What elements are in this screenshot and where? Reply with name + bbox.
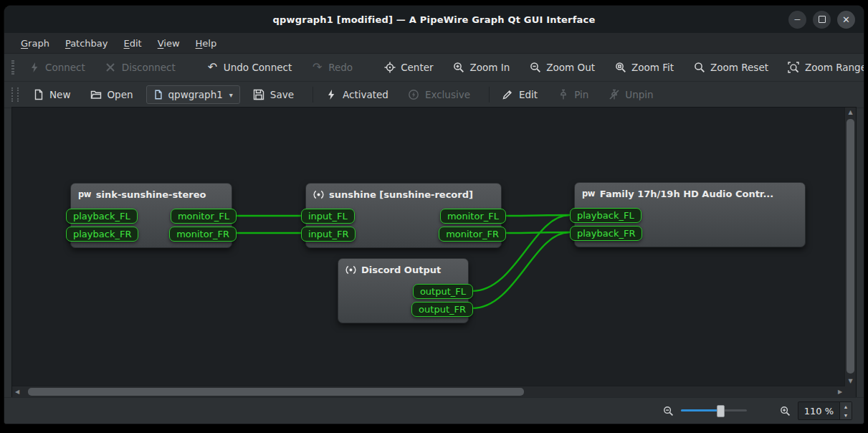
zoom-spin-up-button[interactable]: ▲ (840, 402, 852, 411)
menu-graph[interactable]: Graph (13, 35, 57, 52)
scroll-down-icon[interactable]: ▼ (846, 376, 856, 386)
patchbay-file-icon (153, 90, 163, 100)
toolbar-separator (489, 87, 490, 103)
toolbar-separator (313, 87, 313, 103)
zoom-range-button[interactable]: Zoom Range (781, 57, 864, 78)
unpin-label: Unpin (625, 89, 653, 100)
zoom-value: 110 % (798, 402, 839, 419)
toolbar-drag-handle[interactable] (11, 60, 14, 75)
menu-edit[interactable]: Edit (116, 35, 150, 52)
port-input[interactable]: input_FR (301, 227, 356, 242)
port-input[interactable]: playback_FL (570, 208, 642, 223)
port-output[interactable]: monitor_FL (440, 209, 506, 224)
undo-label: Undo Connect (224, 62, 292, 73)
minimize-button[interactable]: ─ (788, 11, 806, 29)
zoom-fit-icon (614, 62, 626, 74)
close-button[interactable]: ✕ (837, 11, 855, 29)
edit-label: Edit (519, 89, 538, 100)
menu-patchbay[interactable]: Patchbay (57, 35, 116, 52)
scroll-left-icon[interactable]: ◀ (12, 387, 22, 397)
zoom-reset-label: Zoom Reset (710, 62, 768, 73)
zoom-out-label: Zoom Out (546, 62, 595, 73)
port-output[interactable]: monitor_FR (439, 227, 506, 242)
vertical-scrollbar[interactable]: ▲ ▼ (844, 108, 856, 386)
zoom-slider[interactable] (681, 405, 747, 417)
disconnect-label: Disconnect (122, 62, 176, 73)
port-output[interactable]: monitor_FR (169, 227, 237, 242)
patchbay-selector-dropdown[interactable]: qpwgraph1 ▾ (146, 85, 240, 104)
zoom-slider-thumb[interactable] (717, 405, 725, 417)
exclusive-label: Exclusive (425, 89, 470, 100)
connection-wire[interactable] (505, 232, 569, 233)
save-button[interactable]: Save (247, 85, 300, 105)
open-button[interactable]: Open (83, 85, 139, 105)
scroll-up-icon[interactable]: ▲ (846, 108, 856, 118)
node-title: Family 17h/19h HD Audio Contr... (600, 189, 773, 199)
maximize-button[interactable] (813, 11, 831, 29)
menu-bar: Graph Patchbay Edit View Help (4, 33, 864, 54)
port-input[interactable]: playback_FL (66, 209, 138, 224)
record-icon (345, 265, 356, 275)
activated-toggle[interactable]: Activated (319, 85, 395, 105)
port-output[interactable]: output_FL (413, 284, 473, 299)
zoom-reset-icon (693, 62, 705, 74)
spin-arrows: ▲ ▼ (839, 402, 852, 419)
zoom-spinbox[interactable]: 110 % ▲ ▼ (798, 401, 852, 420)
patchbay-name: qpwgraph1 (168, 89, 223, 100)
disconnect-icon (105, 62, 117, 74)
port-input[interactable]: playback_FR (570, 226, 642, 241)
node-title: sunshine [sunshine-record] (329, 189, 473, 200)
new-button[interactable]: New (26, 85, 77, 105)
node-header[interactable]: sunshine [sunshine-record] (306, 184, 501, 205)
redo-button: ↷ Redo (305, 57, 359, 78)
vertical-scroll-handle[interactable] (846, 119, 854, 373)
port-input[interactable]: input_FL (301, 209, 355, 224)
pin-label: Pin (574, 89, 588, 100)
center-button[interactable]: Center (377, 57, 439, 78)
vertical-scroll-track[interactable] (845, 118, 856, 376)
node-title: sink-sunshine-stereo (96, 189, 206, 200)
window-title: qpwgraph1 [modified] — A PipeWire Graph … (4, 14, 864, 25)
zoom-out-small-icon[interactable] (663, 406, 674, 417)
patchbay-toolbar: New Open qpwgraph1 ▾ Save (4, 82, 864, 108)
zoom-reset-button[interactable]: Zoom Reset (687, 57, 775, 78)
horizontal-scrollbar[interactable]: ◀ ▶ (12, 386, 845, 397)
chevron-down-icon: ▾ (229, 91, 233, 99)
undo-icon: ↶ (206, 62, 219, 74)
title-bar[interactable]: qpwgraph1 [modified] — A PipeWire Graph … (4, 6, 864, 33)
menu-view[interactable]: View (150, 35, 188, 52)
graph-toolbar: Connect Disconnect ↶ Undo Connect ↷ Redo… (4, 54, 864, 82)
unpin-button: Unpin (601, 85, 659, 105)
node-discord-output[interactable]: Discord Output output_FL output_FR (338, 258, 469, 323)
zoom-spin-down-button[interactable]: ▼ (840, 411, 852, 419)
undo-connect-button[interactable]: ↶ Undo Connect (200, 57, 298, 78)
zoom-range-icon (788, 62, 800, 74)
open-label: Open (107, 89, 133, 100)
port-output[interactable]: monitor_FL (171, 209, 237, 224)
node-header[interactable]: Discord Output (338, 259, 468, 280)
node-header[interactable]: Family 17h/19h HD Audio Contr... (575, 183, 805, 204)
node-header[interactable]: sink-sunshine-stereo (71, 184, 232, 205)
zoom-in-small-icon[interactable] (780, 406, 791, 417)
connection-wire[interactable] (505, 215, 569, 216)
edit-pencil-icon (502, 89, 514, 101)
edit-toggle[interactable]: Edit (495, 85, 544, 105)
menu-help[interactable]: Help (188, 35, 225, 52)
horizontal-scroll-handle[interactable] (28, 388, 524, 396)
horizontal-scroll-track[interactable] (22, 386, 835, 397)
toolbar-drag-handle[interactable] (11, 87, 19, 102)
zoom-in-button[interactable]: Zoom In (447, 57, 517, 78)
graph-canvas[interactable]: sink-sunshine-stereo playback_FL monitor… (12, 108, 845, 386)
activated-label: Activated (343, 89, 388, 100)
connect-button: Connect (22, 57, 92, 78)
node-sunshine[interactable]: sunshine [sunshine-record] input_FL moni… (305, 183, 502, 248)
zoom-fit-button[interactable]: Zoom Fit (608, 57, 680, 78)
port-output[interactable]: output_FR (411, 302, 473, 317)
record-icon (313, 189, 324, 200)
node-family-hd-audio[interactable]: Family 17h/19h HD Audio Contr... playbac… (574, 182, 806, 247)
node-sink-sunshine-stereo[interactable]: sink-sunshine-stereo playback_FL monitor… (70, 183, 232, 248)
pipewire-icon (582, 189, 595, 199)
port-input[interactable]: playback_FR (66, 227, 138, 242)
zoom-out-button[interactable]: Zoom Out (523, 57, 601, 78)
scroll-right-icon[interactable]: ▶ (835, 387, 845, 397)
